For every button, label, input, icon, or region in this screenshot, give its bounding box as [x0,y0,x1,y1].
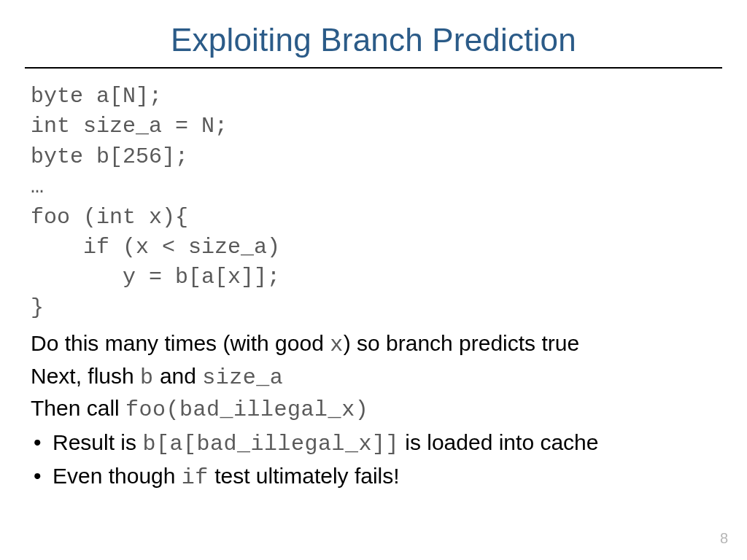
code-block: byte a[N]; int size_a = N; byte b[256]; … [31,82,716,323]
inline-code: if [182,465,209,490]
text: Then call [31,396,125,420]
slide-body: byte a[N]; int size_a = N; byte b[256]; … [0,82,747,493]
inline-code: b[a[bad_illegal_x]] [142,432,399,456]
inline-code: foo(bad_illegal_x) [125,397,368,422]
text: Next, flush [31,364,140,388]
inline-code: size_a [202,365,283,390]
text: Do this many times (with good [31,331,330,355]
slide-title: Exploiting Branch Prediction [0,0,747,67]
list-item: Even though if test ultimately fails! [31,462,716,493]
inline-code: x [330,332,344,357]
text: Result is [53,430,142,454]
title-rule [25,67,722,69]
slide: Exploiting Branch Prediction byte a[N]; … [0,0,747,560]
page-number: 8 [720,530,728,547]
text: is loaded into cache [399,430,599,454]
text-line-3: Then call foo(bad_illegal_x) [31,394,716,425]
text-line-2: Next, flush b and size_a [31,362,716,393]
bullet-list: Result is b[a[bad_illegal_x]] is loaded … [31,428,716,493]
text: Even though [53,464,182,488]
text: and [154,364,203,388]
list-item: Result is b[a[bad_illegal_x]] is loaded … [31,428,716,459]
text: test ultimately fails! [209,464,400,488]
inline-code: b [140,365,154,390]
text-line-1: Do this many times (with good x) so bran… [31,329,716,360]
text: ) so branch predicts true [344,331,579,355]
